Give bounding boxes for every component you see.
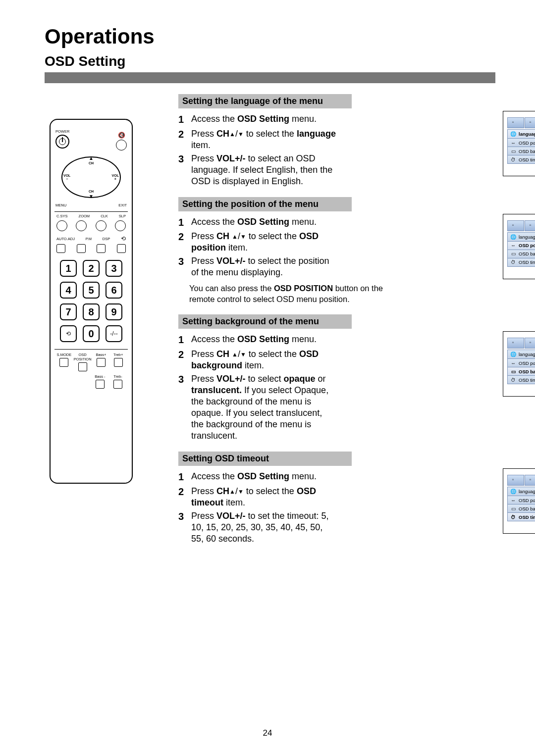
s-mode-button[interactable]: [59, 358, 68, 367]
osd-row-timeout: ⏱ OSD timeout 30 seconds: [508, 375, 535, 384]
mute-button[interactable]: [116, 140, 127, 151]
label-s-mode: S.MODE: [57, 353, 72, 357]
ch-up-arrow: ▲: [89, 155, 94, 161]
step-list: 1Access the OSD Setting menu.2Press CH ▲…: [178, 334, 337, 442]
row-icon: ↔: [510, 360, 517, 366]
osd-row-language: 🌐 language English: [508, 350, 535, 358]
label-pm: P.M: [86, 237, 92, 241]
osd-row-language: 🌐 language English: [508, 233, 535, 241]
step-text: Press VOL+/- to select an OSD language. …: [191, 153, 337, 187]
step-list: 1Access the OSD Setting menu.2Press CH▲/…: [178, 471, 337, 545]
step-text: Press VOL+/- to select the position of t…: [191, 255, 337, 278]
step-list: 1Access the OSD Setting menu.2Press CH▲/…: [178, 113, 337, 187]
key-8[interactable]: 8: [83, 303, 100, 320]
step-item: 3Press VOL+/- to select the position of …: [178, 255, 337, 278]
osd-row-background: ▭ OSD background opaquetranslucent: [508, 250, 535, 258]
row-icon: ▭: [510, 506, 517, 511]
sliders-icon: ▫: [525, 338, 535, 349]
slp-button[interactable]: [115, 220, 126, 231]
key-7[interactable]: 7: [60, 303, 77, 320]
osd-tabs: ▫▫▫▫▫▫: [507, 220, 535, 231]
row-icon: ⏱: [510, 259, 517, 265]
dpad[interactable]: ▲ CH VOL − VOL + CH ▼: [54, 152, 128, 202]
key-3[interactable]: 3: [106, 260, 122, 277]
section: Setting OSD timeout1Access the OSD Setti…: [178, 452, 495, 545]
step-number: 3: [178, 373, 187, 442]
osd-tabs: ▫▫▫▫▫▫: [507, 475, 535, 486]
osd-rows: 🌐 language English ↔ OSD position ▭ OSD …: [507, 129, 535, 164]
key-return[interactable]: ⟲: [60, 325, 77, 342]
ch-down-label: CH: [89, 190, 94, 193]
treb-plus-button[interactable]: [114, 358, 123, 367]
label-treb-plus: Treb+: [113, 353, 123, 357]
label-clk: CLK: [101, 214, 108, 218]
power-button[interactable]: [55, 135, 69, 149]
osd-rows: 🌐 language English ↔ OSD position ▭ OSD …: [507, 487, 535, 521]
sliders-icon: ▫: [525, 475, 535, 486]
osd-tabs: ▫▫▫▫▫▫: [507, 338, 535, 349]
page-subtitle: OSD Setting: [45, 53, 495, 69]
step-number: 3: [178, 255, 187, 278]
ch-up-label: CH: [89, 161, 94, 165]
step-number: 2: [178, 231, 187, 253]
key-5[interactable]: 5: [83, 282, 100, 299]
section-heading: Setting background of the menu: [178, 314, 352, 329]
key-6[interactable]: 6: [106, 282, 122, 299]
row-label: OSD background: [519, 149, 535, 154]
ch-down-arrow: ▼: [89, 194, 94, 199]
key-9[interactable]: 9: [106, 303, 122, 320]
bass-plus-button[interactable]: [97, 358, 106, 367]
step-number: 1: [178, 471, 187, 484]
sliders-icon: ▫: [525, 220, 535, 231]
page-title: Operations: [45, 25, 495, 49]
numeric-keypad: 1 2 3 4 5 6 7 8 9 ⟲ 0 -/--: [54, 260, 128, 342]
key-0[interactable]: 0: [83, 325, 100, 342]
row-icon: ▭: [510, 149, 517, 154]
sliders-icon: ▫: [525, 117, 535, 128]
osd-screenshot: ▫▫▫▫▫▫ 🌐 language English ↔ OSD position…: [503, 111, 535, 176]
step-text: Access the OSD Setting menu.: [191, 216, 337, 229]
osd-rows: 🌐 language English ↔ OSD position ▭ OSD …: [507, 350, 535, 384]
row-label: OSD timeout: [519, 514, 535, 520]
key-1[interactable]: 1: [60, 260, 77, 277]
row-icon: 🌐: [510, 131, 517, 137]
label-dsp: DSP: [103, 237, 110, 241]
key-dash[interactable]: -/--: [106, 325, 122, 342]
osd-screenshot: ▫▫▫▫▫▫ 🌐 language English ↔ OSD position…: [503, 468, 535, 534]
osd-position-button[interactable]: [78, 362, 87, 371]
loop-icon: ⟲: [121, 235, 126, 242]
auto-adj-button[interactable]: [56, 244, 65, 253]
row-icon: ⏱: [510, 514, 517, 520]
osd-row-language: 🌐 language English: [508, 130, 535, 138]
remote-column: POWER 🔇 ▲ CH VOL − VOL + CH ▼ MENU EX: [45, 94, 159, 554]
key-2[interactable]: 2: [83, 260, 100, 277]
clk-button[interactable]: [96, 220, 107, 231]
step-item: 1Access the OSD Setting menu.: [178, 113, 337, 126]
row-label: OSD background: [519, 251, 535, 256]
section-heading: Setting the position of the menu: [178, 197, 352, 211]
bass-minus-button[interactable]: [96, 380, 105, 389]
row-icon: ↔: [510, 243, 517, 248]
remote-control: POWER 🔇 ▲ CH VOL − VOL + CH ▼ MENU EX: [50, 119, 133, 484]
row-label: OSD position: [519, 243, 535, 248]
header-divider: [45, 72, 495, 83]
step-text: Press CH ▲/▼ to select the OSD backgroun…: [191, 349, 337, 371]
palette-icon: ▫: [507, 117, 524, 128]
row-icon: ⏱: [510, 157, 517, 162]
c-sys-button[interactable]: [56, 220, 67, 231]
key-4[interactable]: 4: [60, 282, 77, 299]
osd-row-background: ▭ OSD background opaquetranslucent: [508, 147, 535, 155]
step-text: Press VOL+/- to set the timeout: 5, 10, …: [191, 510, 337, 545]
pm-button[interactable]: [77, 244, 86, 253]
dsp-button[interactable]: [97, 244, 106, 253]
osd-row-position: ↔ OSD position: [508, 138, 535, 147]
loop-button[interactable]: [117, 244, 126, 253]
row-label: OSD position: [519, 140, 535, 146]
menu-label: MENU: [55, 203, 66, 207]
treb-minus-button[interactable]: [113, 380, 122, 389]
step-item: 3Press VOL+/- to select an OSD language.…: [178, 153, 337, 187]
osd-row-position: ↔ OSD position: [508, 358, 535, 367]
zoom-button[interactable]: [76, 220, 87, 231]
vol-minus-label: VOL −: [63, 174, 70, 181]
step-item: 2Press CH ▲/▼ to select the OSD backgrou…: [178, 349, 337, 371]
